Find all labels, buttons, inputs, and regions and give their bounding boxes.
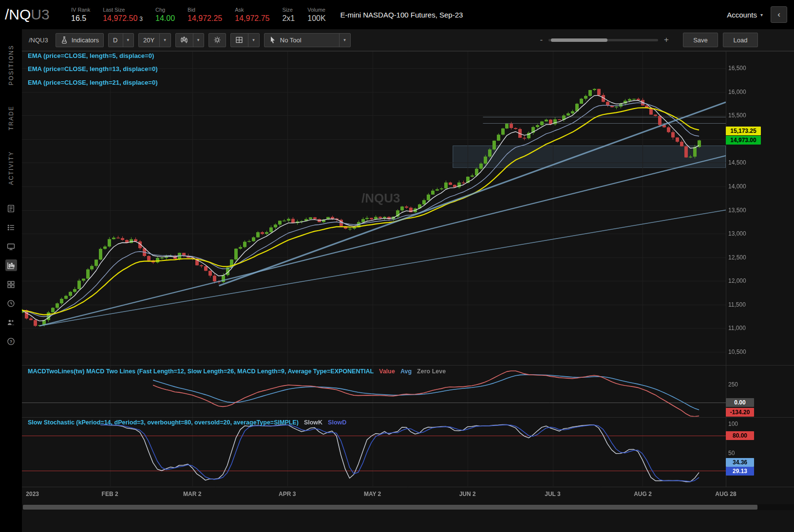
price-tick-label: 14,000 — [728, 183, 746, 190]
price-tick-label: 10,500 — [728, 349, 746, 355]
price-tick-label: 14,500 — [728, 159, 746, 166]
field-ask: Ask 14,972.75 — [235, 7, 269, 23]
settings-button[interactable] — [208, 33, 226, 47]
field-label: Last Size — [103, 7, 143, 13]
gear-icon — [213, 36, 221, 44]
field-value: 14.00 — [155, 14, 175, 23]
field-chg: Chg 14.00 — [155, 7, 175, 23]
time-axis-label: AUG 28 — [715, 491, 736, 497]
price-tick-label: 16,500 — [728, 65, 746, 72]
collapse-panel-button[interactable]: ‹ — [771, 6, 787, 23]
last-size-qty: 3 — [139, 16, 143, 22]
load-button[interactable]: Load — [723, 33, 758, 47]
chart-watermark: /NQU3 — [361, 191, 400, 206]
time-axis-label: JUN 2 — [459, 491, 476, 497]
field-value: 100K — [307, 14, 325, 23]
time-scrollbar[interactable] — [22, 504, 794, 510]
field-iv-rank: IV Rank 16.5 — [71, 7, 90, 23]
timeframe-dropdown[interactable]: D ▾ — [108, 33, 134, 47]
field-volume: Volume 100K — [307, 7, 325, 23]
field-value: 2x1 — [282, 14, 295, 23]
symbol-suffix: U3 — [31, 6, 49, 23]
field-last-size: Last Size 14,972.503 — [103, 7, 143, 23]
accounts-menu[interactable]: Accounts ▾ — [727, 11, 763, 19]
save-load-group: Save Load — [683, 33, 758, 47]
time-axis-label: AUG 2 — [634, 491, 652, 497]
zoom-in-button[interactable]: + — [664, 35, 669, 45]
macd-legend-value: Value — [379, 368, 395, 375]
list-icon[interactable] — [5, 221, 17, 233]
stoch-tick-label: 100 — [728, 421, 738, 427]
field-value: 14,972.75 — [235, 14, 269, 23]
sidebar-icon-column: ? — [5, 202, 17, 347]
macd-legend-avg: Avg — [400, 368, 412, 375]
field-value: 14,972.503 — [103, 14, 143, 23]
sidebar-tab-positions[interactable]: POSITIONS — [8, 45, 15, 85]
monitor-icon[interactable] — [5, 240, 17, 252]
macd-value-badge: -134.20 — [726, 408, 754, 417]
chevron-down-icon: ▾ — [343, 37, 346, 42]
indicators-button[interactable]: Indicators — [56, 33, 104, 47]
ema-value-badge: 15,173.25 — [726, 127, 761, 135]
zoom-slider[interactable] — [548, 39, 658, 41]
field-label: Volume — [307, 7, 325, 13]
help-icon[interactable]: ? — [5, 335, 17, 347]
macd-zero-badge: 0.00 — [726, 398, 754, 407]
header: /NQU3 IV Rank 16.5 Last Size 14,972.503 … — [0, 0, 794, 29]
field-label: Chg — [155, 7, 175, 13]
grid-icon[interactable] — [5, 278, 17, 290]
chevron-down-icon: ▾ — [127, 37, 130, 42]
tool-value: No Tool — [280, 37, 334, 44]
stoch-tick-label: 50 — [728, 450, 735, 457]
field-label: Size — [282, 7, 295, 13]
timeframe-value: D — [113, 37, 117, 44]
scrollbar-thumb[interactable] — [23, 505, 757, 510]
layout-dropdown[interactable]: ▾ — [230, 33, 260, 47]
drawing-tool-dropdown[interactable]: No Tool ▾ — [264, 33, 351, 47]
last-price-badge: 14,973.00 — [726, 136, 761, 145]
price-tick-label: 13,000 — [728, 230, 746, 237]
range-value: 20Y — [143, 37, 154, 44]
charts-icon[interactable] — [5, 259, 17, 271]
indicators-flask-icon — [60, 36, 68, 44]
field-label: IV Rank — [71, 7, 90, 13]
field-value: 14,972.25 — [188, 14, 222, 23]
price-tick-label: 11,000 — [728, 325, 746, 331]
range-dropdown[interactable]: 20Y ▾ — [138, 33, 171, 47]
stoch-legend-slowk: SlowK — [304, 419, 322, 426]
chevron-down-icon: ▾ — [252, 37, 255, 42]
people-icon[interactable] — [5, 316, 17, 328]
save-button[interactable]: Save — [683, 33, 718, 47]
symbol-input[interactable]: /NQU3 — [26, 37, 51, 44]
time-axis-label: JUL 3 — [545, 491, 560, 497]
study-label-ema5[interactable]: EMA (price=CLOSE, length=5, displace=0) — [28, 52, 154, 59]
clock-icon[interactable] — [5, 297, 17, 309]
chevron-down-icon: ▾ — [197, 37, 200, 42]
macd-study-label[interactable]: MACDTwoLines(tw) MACD Two Lines (Fast Le… — [28, 368, 446, 375]
zoom-slider-thumb[interactable] — [551, 38, 607, 42]
stoch-study-label[interactable]: Slow Stochastic (kPeriod=14, dPeriod=3, … — [28, 419, 346, 426]
macd-title: MACDTwoLines(tw) MACD Two Lines (Fast Le… — [28, 368, 374, 375]
sidebar-tab-trade[interactable]: TRADE — [8, 106, 15, 130]
macd-legend-zero: Zero Leve — [417, 368, 446, 375]
contract-description: E-mini NASDAQ-100 Futures, Sep-23 — [340, 11, 463, 19]
stoch-overbought-badge: 80.00 — [726, 431, 754, 440]
stoch-title: Slow Stochastic (kPeriod=14, dPeriod=3, … — [28, 419, 299, 426]
study-label-ema13[interactable]: EMA (price=CLOSE, length=13, displace=0) — [28, 65, 157, 73]
stoch-slowk-badge: 34.36 — [726, 458, 754, 467]
news-icon[interactable] — [5, 202, 17, 214]
zoom-out-button[interactable]: - — [540, 35, 543, 45]
field-size: Size 2x1 — [282, 7, 295, 23]
sidebar-tab-activity[interactable]: ACTIVITY — [8, 151, 15, 185]
price-tick-label: 12,000 — [728, 277, 746, 284]
study-label-ema21[interactable]: EMA (price=CLOSE, length=21, displace=0) — [28, 79, 157, 86]
chart-type-dropdown[interactable]: ▾ — [175, 33, 205, 47]
price-tick-label: 13,500 — [728, 207, 746, 214]
field-label: Bid — [188, 7, 222, 13]
field-value: 16.5 — [71, 14, 90, 23]
svg-text:?: ? — [10, 339, 13, 344]
chevron-down-icon: ▾ — [164, 37, 166, 42]
field-bid: Bid 14,972.25 — [188, 7, 222, 23]
time-axis-label: APR 3 — [279, 491, 296, 497]
candlestick-type-icon — [180, 36, 188, 44]
